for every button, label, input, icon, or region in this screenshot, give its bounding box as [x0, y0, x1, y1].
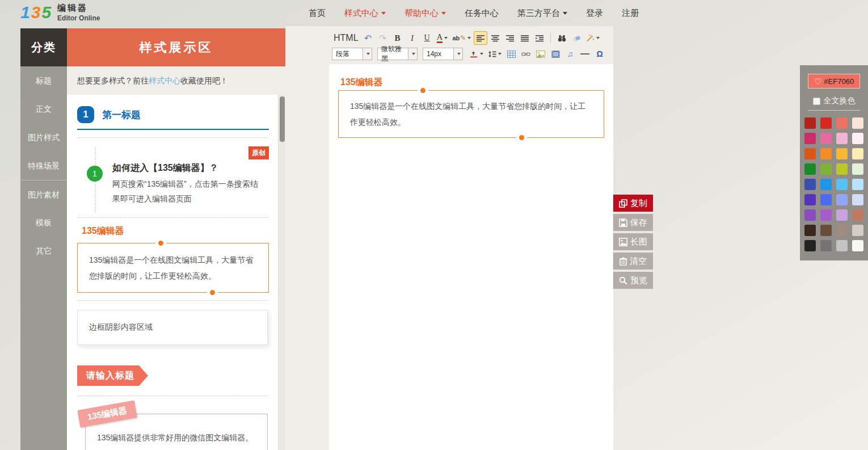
color-swatch[interactable]: [820, 209, 832, 221]
long-image-button[interactable]: 长图: [613, 233, 654, 251]
color-swatch[interactable]: [836, 240, 848, 251]
color-swatch[interactable]: [836, 209, 848, 221]
sidebar-item-title[interactable]: 标题: [20, 66, 67, 95]
color-swatch[interactable]: [836, 117, 848, 129]
music-button[interactable]: ♫: [563, 47, 577, 61]
video-button[interactable]: [549, 47, 562, 61]
save-button[interactable]: 保存: [613, 213, 654, 232]
style-panel-title: 样式展示区: [67, 28, 285, 66]
style-item-title-ribbon[interactable]: 请输入标题: [77, 365, 139, 386]
nav-item-home[interactable]: 首页: [309, 8, 326, 19]
color-swatch[interactable]: [804, 117, 816, 129]
current-color-value: #EF7060: [824, 77, 854, 86]
nav-item-help-center[interactable]: 帮助中心: [404, 8, 446, 19]
align-right-button[interactable]: [503, 31, 517, 45]
style-item-orange-quote[interactable]: 135编辑器 135编辑器是一个在线图文编辑工具，大量节省您排版的时间，让工作更…: [77, 225, 269, 293]
color-swatch[interactable]: [820, 133, 832, 144]
html-source-button[interactable]: HTML: [332, 31, 360, 45]
recolor-checkbox[interactable]: [813, 98, 820, 105]
style-item-pink-quote[interactable]: 135编辑器 135编辑器提供非常好用的微信图文编辑器。可以随心所欲的变换颜色调…: [77, 405, 269, 450]
sidebar-item-other[interactable]: 其它: [20, 237, 67, 265]
color-swatch[interactable]: [804, 163, 816, 175]
color-swatch[interactable]: [820, 179, 832, 190]
color-swatch[interactable]: [804, 225, 816, 236]
current-color-button[interactable]: ♡ #EF7060: [808, 74, 860, 89]
nav-item-login[interactable]: 登录: [586, 8, 603, 19]
image-button[interactable]: [534, 47, 547, 61]
indent-button[interactable]: [533, 31, 546, 45]
sidebar-item-special-scene[interactable]: 特殊场景: [20, 152, 67, 180]
underline-button[interactable]: U: [420, 31, 434, 45]
color-swatch[interactable]: [852, 209, 863, 221]
color-swatch[interactable]: [804, 194, 816, 205]
eraser-button[interactable]: [570, 31, 583, 45]
scrollbar-thumb[interactable]: [280, 96, 285, 142]
color-swatch[interactable]: [820, 194, 832, 205]
font-size-select[interactable]: 14px: [423, 48, 463, 60]
style-item-faq[interactable]: 原创 1 如何进入【135编辑器】？ 网页搜索“135编辑器”，点击第一条搜索结…: [77, 145, 269, 210]
color-swatch[interactable]: [820, 148, 832, 159]
paragraph-format-select[interactable]: 段落: [332, 48, 372, 60]
nav-item-style-center[interactable]: 样式中心: [344, 8, 386, 19]
color-swatch[interactable]: [852, 225, 863, 236]
nav-item-task-center[interactable]: 任务中心: [465, 8, 499, 19]
sidebar-item-image-material[interactable]: 图片素材: [20, 180, 67, 208]
undo-button[interactable]: ↶: [361, 31, 375, 45]
editor-canvas[interactable]: 135编辑器 135编辑器是一个在线图文编辑工具，大量节省您排版的时间，让工作更…: [329, 64, 613, 450]
align-center-button[interactable]: [488, 31, 502, 45]
color-swatch[interactable]: [852, 133, 863, 144]
color-swatch[interactable]: [820, 163, 832, 175]
sidebar-item-image-style[interactable]: 图片样式: [20, 123, 67, 152]
nav-item-register[interactable]: 注册: [622, 8, 639, 19]
color-swatch[interactable]: [804, 209, 816, 221]
table-button[interactable]: [504, 47, 518, 61]
color-swatch[interactable]: [852, 194, 863, 205]
color-swatch[interactable]: [836, 194, 848, 205]
color-swatch[interactable]: [852, 240, 863, 251]
color-swatch[interactable]: [852, 163, 863, 175]
omega-button[interactable]: Ω: [593, 47, 606, 61]
font-color-button[interactable]: A: [435, 31, 450, 45]
font-family-select[interactable]: 微软雅黑: [377, 48, 418, 60]
color-swatch[interactable]: [804, 148, 816, 159]
color-swatch[interactable]: [836, 163, 848, 175]
style-panel-scrollbar[interactable]: [278, 95, 285, 450]
color-swatch[interactable]: [852, 148, 863, 159]
style-item-numbered-heading[interactable]: 1 第一标题: [77, 103, 269, 130]
find-button[interactable]: [555, 31, 568, 45]
color-swatch[interactable]: [852, 117, 863, 129]
color-swatch[interactable]: [836, 225, 848, 236]
bold-button[interactable]: B: [391, 31, 404, 45]
redo-button[interactable]: ↷: [376, 31, 390, 45]
align-justify-button[interactable]: [518, 31, 532, 45]
highlight-button[interactable]: ab✎: [450, 31, 473, 45]
clear-button[interactable]: 清空: [613, 252, 654, 270]
indent-first-line-button[interactable]: [468, 47, 485, 61]
style-center-link[interactable]: 样式中心: [149, 76, 180, 85]
app-logo[interactable]: 135 编辑器 Editor Online: [20, 3, 100, 22]
color-swatch[interactable]: [852, 179, 863, 190]
preview-button[interactable]: 预览: [613, 271, 654, 289]
color-swatch[interactable]: [836, 179, 848, 190]
color-swatch[interactable]: [804, 133, 816, 144]
nav-item-third-party[interactable]: 第三方平台: [517, 8, 567, 19]
eraser-icon: [572, 35, 581, 42]
recolor-all-toggle[interactable]: 全文换色: [808, 96, 860, 111]
color-swatch[interactable]: [804, 179, 816, 190]
color-swatch[interactable]: [820, 225, 832, 236]
horizontal-rule-button[interactable]: —: [578, 47, 592, 61]
color-swatch[interactable]: [836, 148, 848, 159]
line-spacing-button[interactable]: [486, 47, 503, 61]
sidebar-item-body-text[interactable]: 正文: [20, 95, 67, 123]
color-swatch[interactable]: [820, 240, 832, 251]
magic-wand-button[interactable]: [584, 31, 601, 45]
copy-button[interactable]: 复制: [613, 194, 654, 212]
style-item-shadow-box[interactable]: 边框阴影内容区域: [77, 310, 268, 345]
color-swatch[interactable]: [804, 240, 816, 251]
color-swatch[interactable]: [836, 133, 848, 144]
align-left-button[interactable]: [474, 31, 487, 45]
sidebar-item-template[interactable]: 模板: [20, 208, 67, 237]
color-swatch[interactable]: [820, 117, 832, 129]
italic-button[interactable]: I: [406, 31, 419, 45]
link-button[interactable]: [519, 47, 533, 61]
